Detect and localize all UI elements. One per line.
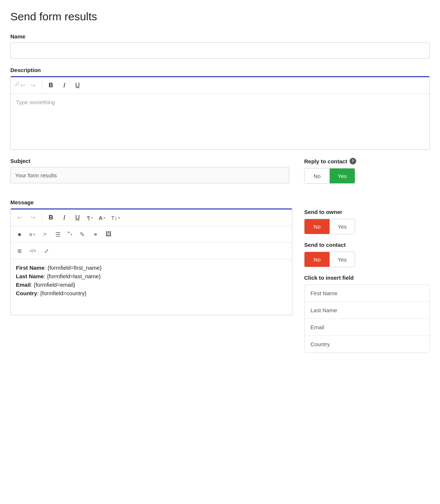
- reply-to-contact-no-button[interactable]: No: [305, 168, 330, 183]
- desc-bold-button[interactable]: B: [45, 79, 57, 91]
- subject-input[interactable]: [10, 167, 289, 183]
- message-layout: Message ↩ ↪ B I U ¶ ▾ A ▾ T↕: [10, 199, 430, 353]
- send-to-owner-title: Send to owner: [304, 209, 430, 215]
- send-to-owner-section: Send to owner No Yes: [304, 209, 430, 234]
- paragraph-icon: ¶: [87, 215, 90, 221]
- send-to-contact-section: Send to contact No Yes: [304, 242, 430, 267]
- message-line-4: Country: {formfield=country}: [16, 290, 287, 296]
- name-input[interactable]: [10, 42, 430, 59]
- msg-fullscreen-button[interactable]: ⤢: [40, 245, 52, 257]
- insert-field-title: Click to insert field: [304, 275, 430, 281]
- msg-highlight-button[interactable]: ✎: [76, 228, 88, 240]
- subject-label: Subject: [10, 158, 289, 164]
- msg-unordered-list-button[interactable]: ☰: [52, 228, 64, 240]
- message-label: Message: [10, 199, 292, 205]
- insert-field-section: Click to insert field First Name Last Na…: [304, 275, 430, 353]
- toolbar-divider-1: [42, 81, 42, 90]
- message-line-1: First Name: {formfield=first_name}: [16, 265, 287, 271]
- msg-table-button[interactable]: ⊞: [14, 245, 25, 257]
- msg-bold-button[interactable]: B: [45, 212, 57, 224]
- message-toolbar-row3: ⊞ </> ⤢: [11, 243, 292, 259]
- reply-to-contact-title: Reply to contact ?: [304, 158, 430, 164]
- msg-font-size-button[interactable]: T↕ ▾: [109, 212, 122, 224]
- msg-link-button[interactable]: ⚭: [89, 228, 101, 240]
- msg-italic-button[interactable]: I: [58, 212, 70, 224]
- page-title: Send form results: [10, 10, 430, 23]
- name-section: Name: [10, 33, 430, 59]
- description-editor: ↩ ↪ B I U Type something: [10, 76, 430, 150]
- font-size-arrow-icon: ▾: [118, 216, 120, 220]
- description-placeholder: Type something: [16, 99, 55, 105]
- send-to-owner-no-button[interactable]: No: [305, 219, 330, 234]
- name-label: Name: [10, 33, 430, 40]
- align-arrow-icon: ▾: [33, 232, 35, 236]
- message-editor: ↩ ↪ B I U ¶ ▾ A ▾ T↕ ▾: [10, 208, 292, 315]
- desc-underline-button[interactable]: U: [72, 79, 83, 91]
- insert-field-email[interactable]: Email: [305, 319, 429, 336]
- msg-underline-button[interactable]: U: [72, 212, 83, 224]
- reply-to-contact-yes-button[interactable]: Yes: [330, 168, 355, 183]
- send-to-contact-toggle: No Yes: [304, 252, 355, 267]
- message-line-3: Email: {formfield=email}: [16, 282, 287, 288]
- desc-redo-button[interactable]: ↪: [27, 79, 39, 91]
- description-label: Description: [10, 67, 430, 73]
- msg-image-button[interactable]: 🖼: [103, 228, 114, 240]
- insert-field-lastname[interactable]: Last Name: [305, 302, 429, 319]
- insert-fields-panel: First Name Last Name Email Country: [304, 285, 430, 353]
- font-color-icon: A: [99, 215, 103, 221]
- message-body[interactable]: First Name: {formfield=first_name} Last …: [11, 259, 292, 315]
- message-toolbar-row1: ↩ ↪ B I U ¶ ▾ A ▾ T↕ ▾: [11, 210, 292, 226]
- msg-toolbar-divider-1: [42, 213, 42, 222]
- font-color-arrow-icon: ▾: [103, 216, 105, 220]
- desc-undo-button[interactable]: ↩: [14, 79, 25, 91]
- description-section: Description ↩ ↪ B I U Type something: [10, 67, 430, 150]
- desc-italic-button[interactable]: I: [58, 79, 70, 91]
- subject-section: Subject: [10, 158, 289, 183]
- subject-row: Subject Reply to contact ? No Yes: [10, 158, 430, 191]
- send-to-contact-no-button[interactable]: No: [305, 252, 330, 267]
- msg-paragraph-button[interactable]: ¶ ▾: [85, 212, 95, 224]
- paragraph-arrow-icon: ▾: [91, 216, 93, 220]
- insert-field-country[interactable]: Country: [305, 336, 429, 353]
- message-toolbar-row2: ● ≡ ▾ := ☰ " ▾ ✎ ⚭ 🖼: [11, 226, 292, 243]
- description-toolbar: ↩ ↪ B I U: [11, 77, 429, 94]
- right-column: Send to owner No Yes Send to contact No …: [304, 209, 430, 353]
- message-line-2: Last Name: {formfield=last_name}: [16, 273, 287, 279]
- insert-field-firstname[interactable]: First Name: [305, 285, 429, 302]
- reply-to-contact-help-icon[interactable]: ?: [350, 158, 356, 164]
- blockquote-arrow-icon: ▾: [71, 232, 72, 236]
- msg-redo-button[interactable]: ↪: [27, 212, 39, 224]
- msg-color-fill-button[interactable]: ●: [14, 228, 25, 240]
- msg-blockquote-button[interactable]: " ▾: [65, 228, 75, 240]
- font-size-icon: T↕: [111, 215, 117, 221]
- blockquote-icon: ": [68, 231, 70, 238]
- send-to-contact-yes-button[interactable]: Yes: [330, 252, 355, 267]
- reply-to-contact-toggle: No Yes: [304, 168, 355, 184]
- send-to-contact-title: Send to contact: [304, 242, 430, 248]
- description-body[interactable]: Type something: [11, 94, 429, 149]
- msg-ordered-list-button[interactable]: :=: [39, 228, 51, 240]
- msg-undo-button[interactable]: ↩: [14, 212, 25, 224]
- msg-align-button[interactable]: ≡ ▾: [27, 228, 37, 240]
- msg-code-button[interactable]: </>: [27, 245, 39, 257]
- reply-to-contact-section: Reply to contact ? No Yes: [304, 158, 430, 191]
- msg-font-color-button[interactable]: A ▾: [96, 212, 107, 224]
- align-icon: ≡: [29, 231, 32, 238]
- message-section: Message ↩ ↪ B I U ¶ ▾ A ▾ T↕: [10, 199, 292, 315]
- send-to-owner-toggle: No Yes: [304, 219, 355, 234]
- send-to-owner-yes-button[interactable]: Yes: [330, 219, 355, 234]
